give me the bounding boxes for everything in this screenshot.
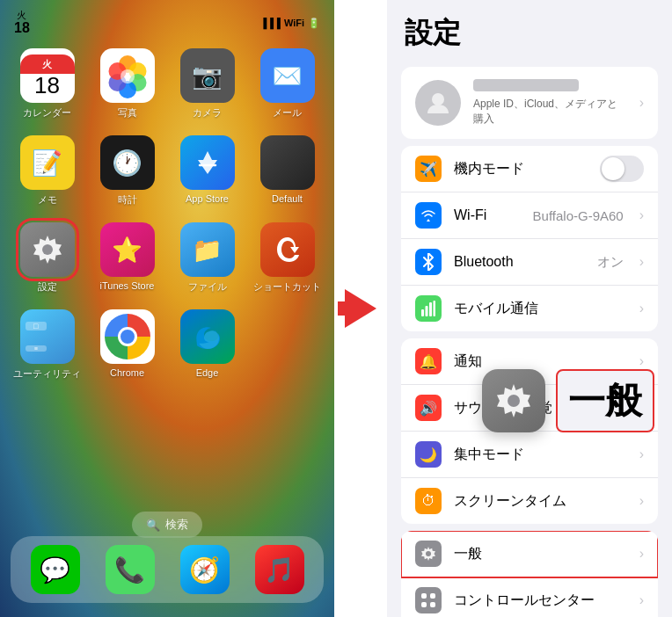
- app-grid: 火 18 カレンダー 写真 📷 カメラ: [0, 48, 334, 381]
- focus-chevron: ›: [639, 446, 644, 462]
- svg-point-9: [432, 93, 444, 105]
- settings-row-bluetooth[interactable]: Bluetooth オン ›: [401, 239, 658, 286]
- focus-label: 集中モード: [454, 446, 627, 464]
- settings-group-connectivity: ✈️ 機内モード Wi-Fi Buffalo-G-9A60 ›: [401, 146, 658, 331]
- airplane-toggle[interactable]: [600, 156, 644, 182]
- battery-icon: 🔋: [308, 18, 320, 29]
- popup-general: 一般: [482, 369, 654, 432]
- screentime-label: スクリーンタイム: [454, 492, 627, 511]
- wifi-chevron: ›: [639, 207, 644, 223]
- svg-rect-12: [429, 302, 432, 316]
- app-appstore[interactable]: App Store: [171, 135, 244, 207]
- profile-info: Apple ID、iCloud、メディアと購入: [473, 79, 627, 127]
- bluetooth-label: Bluetooth: [454, 254, 585, 270]
- wifi-label: Wi-Fi: [454, 207, 521, 223]
- signal-icon: ▐▐▐: [259, 18, 280, 28]
- app-files[interactable]: 📁 ファイル: [171, 222, 244, 294]
- svg-rect-18: [421, 602, 427, 607]
- settings-panel-wrapper: 設定 Apple ID、iCloud、メディアと購入 ›: [387, 0, 672, 617]
- screentime-icon: ⏱: [415, 488, 442, 514]
- wifi-status-icon: WiFi: [284, 18, 304, 28]
- popup-general-label: 一般: [556, 369, 654, 432]
- profile-chevron: ›: [639, 95, 644, 111]
- mobile-label: モバイル通信: [454, 300, 627, 318]
- search-icon: 🔍: [146, 519, 160, 532]
- notification-chevron: ›: [639, 353, 644, 369]
- app-calendar[interactable]: 火 18 カレンダー: [11, 48, 84, 120]
- general-chevron: ›: [639, 546, 644, 562]
- svg-rect-16: [421, 593, 427, 599]
- settings-title: 設定: [405, 14, 654, 53]
- search-label: 検索: [165, 517, 188, 533]
- settings-content: Apple ID、iCloud、メディアと購入 › ✈️ 機内モード: [387, 60, 672, 617]
- svg-rect-10: [421, 309, 424, 316]
- app-camera[interactable]: 📷 カメラ: [171, 48, 244, 120]
- settings-panel: 設定 Apple ID、iCloud、メディアと購入 ›: [387, 0, 672, 617]
- app-clock[interactable]: 🕐 時計: [91, 135, 164, 207]
- svg-point-8: [42, 244, 53, 255]
- iphone-screen: 火 18 ▐▐▐ WiFi 🔋 火 18 カレンダー: [0, 0, 334, 617]
- dock-music[interactable]: 🎵: [255, 545, 304, 594]
- screentime-chevron: ›: [639, 493, 644, 509]
- dock-line[interactable]: 💬: [31, 545, 80, 594]
- svg-rect-19: [430, 602, 435, 607]
- app-utility[interactable]: □ ≡ ユーティリティ: [11, 309, 84, 381]
- settings-row-general[interactable]: 一般 ›: [401, 531, 658, 577]
- settings-row-airplane[interactable]: ✈️ 機内モード: [401, 146, 658, 192]
- settings-row-wifi[interactable]: Wi-Fi Buffalo-G-9A60 ›: [401, 192, 658, 239]
- app-chrome[interactable]: Chrome: [91, 309, 164, 381]
- popup-general-icon: [482, 369, 545, 432]
- profile-sub: Apple ID、iCloud、メディアと購入: [473, 97, 627, 127]
- profile-avatar: [415, 80, 461, 126]
- profile-section[interactable]: Apple ID、iCloud、メディアと購入 ›: [401, 67, 658, 139]
- app-default[interactable]: Default: [251, 135, 324, 207]
- settings-header: 設定: [387, 0, 672, 60]
- settings-row-screentime[interactable]: ⏱ スクリーンタイム ›: [401, 478, 658, 524]
- svg-rect-11: [426, 306, 428, 316]
- app-memo[interactable]: 📝 メモ: [11, 135, 84, 207]
- notification-icon: 🔔: [415, 348, 442, 374]
- settings-row-focus[interactable]: 🌙 集中モード ›: [401, 432, 658, 478]
- bluetooth-chevron: ›: [639, 254, 644, 270]
- arrow-right: [345, 289, 376, 328]
- controlcenter-label: コントロールセンター: [454, 592, 627, 610]
- airplane-icon: ✈️: [415, 156, 442, 182]
- app-itunes[interactable]: ⭐ iTunes Store: [91, 222, 164, 294]
- airplane-label: 機内モード: [454, 160, 588, 178]
- bluetooth-icon: [415, 249, 442, 275]
- app-mail[interactable]: ✉️ メール: [251, 48, 324, 120]
- controlcenter-chevron: ›: [639, 592, 644, 608]
- app-photos[interactable]: 写真: [91, 48, 164, 120]
- svg-point-15: [426, 551, 431, 556]
- dock: 💬 📞 🧭 🎵: [11, 536, 324, 603]
- settings-row-mobile[interactable]: モバイル通信 ›: [401, 286, 658, 331]
- wifi-icon: [415, 202, 442, 229]
- notification-label: 通知: [454, 352, 627, 371]
- status-icons: ▐▐▐ WiFi 🔋: [259, 18, 320, 29]
- svg-rect-13: [434, 301, 436, 316]
- focus-icon: 🌙: [415, 441, 442, 468]
- mobile-icon: [415, 295, 442, 322]
- svg-point-25: [508, 395, 520, 407]
- profile-name-placeholder: [473, 79, 579, 91]
- dock-phone[interactable]: 📞: [106, 545, 155, 594]
- wifi-value: Buffalo-G-9A60: [533, 208, 624, 223]
- search-bar[interactable]: 🔍 検索: [132, 512, 202, 538]
- dock-safari[interactable]: 🧭: [180, 545, 230, 594]
- app-edge[interactable]: Edge: [171, 309, 244, 381]
- settings-row-controlcenter[interactable]: コントロールセンター ›: [401, 577, 658, 617]
- settings-group-general: 一般 › コントロールセンター ›: [401, 531, 658, 617]
- app-settings[interactable]: 設定: [11, 222, 84, 294]
- app-shortcuts[interactable]: ショートカット: [251, 222, 324, 294]
- sound-icon: 🔊: [415, 395, 442, 421]
- status-bar: 火 18 ▐▐▐ WiFi 🔋: [0, 0, 334, 39]
- general-label: 一般: [454, 545, 627, 563]
- arrow-container: [334, 0, 387, 617]
- svg-point-6: [121, 69, 135, 83]
- status-day-date: 火 18: [14, 10, 30, 36]
- controlcenter-icon: [415, 587, 442, 613]
- general-icon: [415, 541, 442, 567]
- bluetooth-value: オン: [597, 254, 624, 271]
- mobile-chevron: ›: [639, 301, 644, 316]
- svg-rect-17: [430, 593, 435, 599]
